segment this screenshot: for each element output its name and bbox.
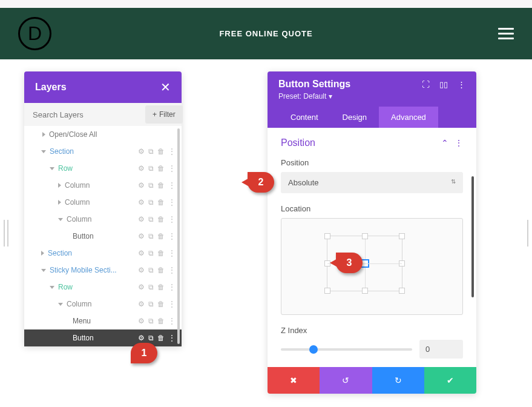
loc-handle-tm[interactable] [362, 233, 368, 239]
layer-row-6[interactable]: Section⚙⧉🗑⋮ [24, 245, 182, 262]
layer-label[interactable]: Button [73, 334, 138, 342]
duplicate-icon[interactable]: ⧉ [148, 334, 154, 342]
caret-icon[interactable] [58, 200, 61, 205]
layer-label[interactable]: Menu [73, 317, 138, 325]
undo-button[interactable]: ↺ [320, 367, 372, 394]
layer-row-11[interactable]: Button⚙⧉🗑⋮ [24, 329, 182, 346]
gear-icon[interactable]: ⚙ [138, 266, 145, 274]
layer-row-4[interactable]: Column⚙⧉🗑⋮ [24, 211, 182, 228]
trash-icon[interactable]: 🗑 [157, 181, 165, 190]
caret-icon[interactable] [41, 150, 46, 153]
menu-dots-icon[interactable]: ⋮ [168, 147, 176, 156]
gear-icon[interactable]: ⚙ [138, 215, 145, 223]
cancel-button[interactable]: ✖ [268, 367, 320, 394]
duplicate-icon[interactable]: ⧉ [148, 283, 154, 291]
trash-icon[interactable]: 🗑 [157, 266, 165, 274]
duplicate-icon[interactable]: ⧉ [148, 317, 154, 325]
trash-icon[interactable]: 🗑 [157, 198, 165, 207]
caret-icon[interactable] [58, 218, 63, 221]
menu-dots-icon[interactable]: ⋮ [168, 232, 176, 240]
position-select[interactable]: Absolute ⇅ [281, 172, 463, 193]
preset-selector[interactable]: Preset: Default ▾ [278, 92, 465, 101]
caret-icon[interactable] [41, 269, 46, 272]
loc-handle-bm[interactable] [362, 288, 368, 294]
gear-icon[interactable]: ⚙ [138, 317, 145, 325]
menu-dots-icon[interactable]: ⋮ [168, 181, 176, 190]
tab-content[interactable]: Content [278, 107, 330, 128]
tab-advanced[interactable]: Advanced [379, 107, 438, 128]
expand-icon[interactable]: ⛶ [422, 80, 430, 89]
caret-icon[interactable] [50, 167, 54, 170]
duplicate-icon[interactable]: ⧉ [148, 300, 154, 308]
tab-design[interactable]: Design [330, 107, 379, 128]
duplicate-icon[interactable]: ⧉ [148, 147, 154, 156]
confirm-button[interactable]: ✔ [424, 367, 476, 394]
free-quote-link[interactable]: FREE ONLINE QUOTE [219, 29, 312, 38]
zindex-input[interactable] [419, 340, 463, 359]
page-drag-handle-left[interactable] [4, 220, 8, 247]
layer-label[interactable]: Row [58, 283, 138, 291]
layer-row-10[interactable]: Menu⚙⧉🗑⋮ [24, 313, 182, 329]
gear-icon[interactable]: ⚙ [138, 198, 145, 207]
slider-thumb[interactable] [309, 345, 318, 354]
trash-icon[interactable]: 🗑 [157, 334, 165, 342]
loc-handle-bl[interactable] [324, 288, 330, 294]
zindex-slider[interactable] [281, 348, 412, 351]
loc-handle-br[interactable] [399, 288, 405, 294]
caret-icon[interactable] [58, 183, 61, 188]
trash-icon[interactable]: 🗑 [157, 249, 165, 257]
columns-icon[interactable]: ▯▯ [439, 80, 448, 89]
page-drag-handle-right[interactable] [527, 220, 530, 247]
layer-label[interactable]: Section [48, 249, 138, 257]
chevron-up-icon[interactable]: ⌃ [441, 138, 448, 148]
menu-dots-icon[interactable]: ⋮ [168, 334, 176, 342]
open-close-all[interactable]: Open/Close All [24, 126, 182, 143]
gear-icon[interactable]: ⚙ [138, 334, 145, 342]
caret-icon[interactable] [41, 251, 44, 256]
caret-icon[interactable] [50, 286, 54, 289]
duplicate-icon[interactable]: ⧉ [148, 198, 154, 207]
gear-icon[interactable]: ⚙ [138, 181, 145, 190]
layer-label[interactable]: Column [65, 181, 138, 190]
close-icon[interactable]: ✕ [160, 80, 171, 94]
menu-dots-icon[interactable]: ⋮ [168, 215, 176, 223]
position-section-title[interactable]: Position [281, 137, 315, 148]
layer-row-3[interactable]: Column⚙⧉🗑⋮ [24, 194, 182, 211]
layer-row-0[interactable]: Section⚙⧉🗑⋮ [24, 143, 182, 160]
duplicate-icon[interactable]: ⧉ [148, 232, 154, 240]
trash-icon[interactable]: 🗑 [157, 147, 165, 156]
gear-icon[interactable]: ⚙ [138, 232, 145, 240]
duplicate-icon[interactable]: ⧉ [148, 266, 154, 274]
hamburger-icon[interactable] [498, 28, 514, 39]
gear-icon[interactable]: ⚙ [138, 249, 145, 257]
layer-label[interactable]: Row [58, 164, 138, 173]
gear-icon[interactable]: ⚙ [138, 164, 145, 173]
menu-dots-icon[interactable]: ⋮ [168, 317, 176, 325]
gear-icon[interactable]: ⚙ [138, 283, 145, 291]
trash-icon[interactable]: 🗑 [157, 283, 165, 291]
menu-dots-icon[interactable]: ⋮ [168, 249, 176, 257]
duplicate-icon[interactable]: ⧉ [148, 249, 154, 257]
loc-handle-mr[interactable] [399, 260, 405, 266]
redo-button[interactable]: ↻ [372, 367, 424, 394]
menu-dots-icon[interactable]: ⋮ [168, 266, 176, 274]
duplicate-icon[interactable]: ⧉ [148, 181, 154, 190]
trash-icon[interactable]: 🗑 [157, 317, 165, 325]
logo[interactable]: D [18, 17, 51, 50]
loc-handle-tr[interactable] [399, 233, 405, 239]
menu-dots-icon[interactable]: ⋮ [168, 198, 176, 207]
gear-icon[interactable]: ⚙ [138, 300, 145, 308]
layer-row-5[interactable]: Button⚙⧉🗑⋮ [24, 228, 182, 245]
duplicate-icon[interactable]: ⧉ [148, 164, 154, 173]
layer-label[interactable]: Sticky Mobile Secti... [50, 266, 138, 274]
menu-dots-icon[interactable]: ⋮ [168, 300, 176, 308]
gear-icon[interactable]: ⚙ [138, 147, 145, 156]
layer-label[interactable]: Section [50, 147, 138, 156]
location-picker[interactable] [281, 218, 463, 315]
trash-icon[interactable]: 🗑 [157, 215, 165, 223]
trash-icon[interactable]: 🗑 [157, 232, 165, 240]
layer-label[interactable]: Column [67, 300, 138, 308]
layer-row-8[interactable]: Row⚙⧉🗑⋮ [24, 279, 182, 296]
caret-icon[interactable] [58, 303, 63, 306]
filter-button[interactable]: +Filter [145, 105, 183, 124]
